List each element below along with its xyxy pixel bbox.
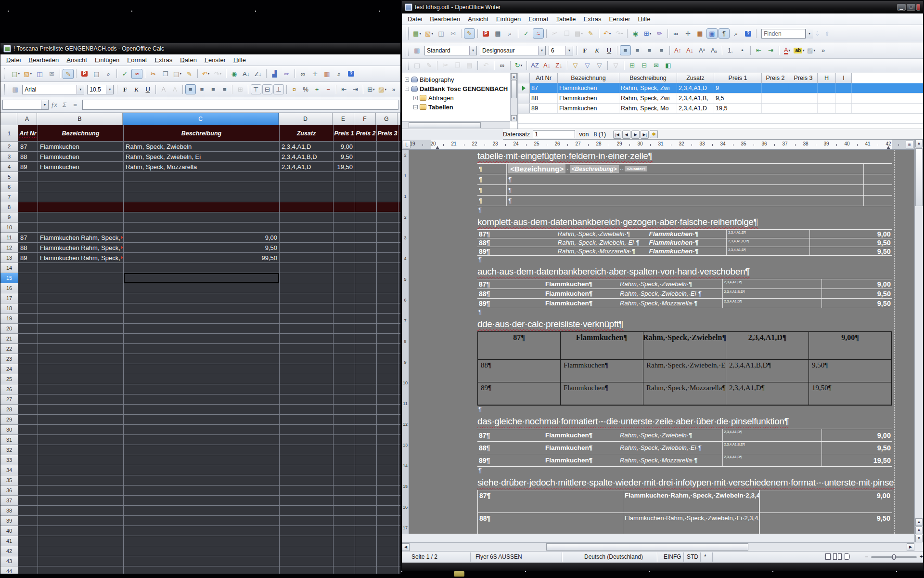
copy-icon[interactable]: ❐ [160, 69, 171, 79]
row-header-1[interactable]: 1 [0, 125, 18, 142]
data-to-fields-icon[interactable]: ⊟ [639, 60, 650, 70]
font-name-combo-arrow[interactable]: ▾ [538, 46, 545, 55]
cell-A27[interactable] [18, 394, 38, 405]
cell-B27[interactable] [38, 394, 124, 405]
cell-E22[interactable] [334, 344, 355, 354]
cell-A44[interactable] [18, 566, 38, 574]
cell-x39[interactable] [398, 516, 400, 526]
toolbar-overflow-icon[interactable]: » [388, 84, 399, 94]
align-justify-icon[interactable]: ≡ [656, 45, 667, 55]
cell-A14[interactable] [18, 263, 38, 273]
cell-x33[interactable] [398, 455, 400, 465]
delete-decimal-icon[interactable]: − [323, 84, 334, 94]
apply-filter-icon[interactable]: ▽ [582, 60, 593, 70]
document-canvas[interactable]: tabelle·mit·eingefügten·feldern·in·einer… [409, 150, 914, 534]
cell-F27[interactable] [355, 394, 377, 405]
cell-x13[interactable] [398, 253, 400, 263]
ds-column-art-nr[interactable]: Art Nr [530, 73, 558, 83]
cell-F5[interactable] [355, 172, 377, 182]
nonprinting-characters-icon[interactable]: ¶ [719, 28, 730, 39]
cell-x12[interactable] [398, 243, 400, 253]
ds-column-bezeichnung[interactable]: Bezeichnung [558, 73, 619, 83]
calc-sheet[interactable]: ABCDEFG 1Art NrBezeichnungBeschreibungZu… [0, 113, 400, 574]
cell-C5[interactable] [124, 172, 280, 182]
ds-cell[interactable] [762, 93, 789, 103]
format-paintbrush-icon[interactable]: ✎ [585, 28, 596, 39]
cell-A42[interactable] [18, 546, 38, 556]
cell-C37[interactable] [124, 496, 280, 506]
cell-x2[interactable] [398, 142, 400, 152]
cell-G26[interactable] [377, 384, 398, 394]
cell-F22[interactable] [355, 344, 377, 354]
multi-page-view-icon[interactable] [833, 553, 837, 560]
ds-cell[interactable]: Rahm, Speck, Zwi [619, 93, 677, 103]
borders-icon[interactable]: ⊞▾ [366, 84, 376, 94]
cell-E19[interactable] [334, 314, 355, 324]
ds-cell[interactable]: 2,3,4,A1,B, [677, 93, 714, 103]
menu-tabelle[interactable]: Tabelle [552, 14, 579, 24]
menu-format[interactable]: Format [525, 14, 552, 24]
cell-G24[interactable] [377, 364, 398, 374]
row-header-7[interactable]: 7 [0, 192, 18, 202]
book-view-icon[interactable] [845, 553, 850, 560]
sort-descending-icon[interactable]: Z↓ [553, 60, 565, 70]
desktop-taskbar-item[interactable] [454, 571, 464, 577]
cell-F10[interactable] [355, 223, 377, 233]
row-header-18[interactable]: 18 [0, 303, 18, 314]
cell-C31[interactable] [124, 435, 280, 445]
row-header-20[interactable]: 20 [0, 324, 18, 334]
align-bottom-icon[interactable]: ⊥ [273, 84, 284, 94]
cell-G10[interactable] [377, 223, 398, 233]
cell-E13[interactable] [334, 253, 355, 263]
cell-x36[interactable] [398, 486, 400, 496]
cell-E20[interactable] [334, 324, 355, 334]
cell-x43[interactable] [398, 556, 400, 566]
cell-A40[interactable] [18, 526, 38, 536]
cell-B42[interactable] [38, 546, 124, 556]
cell-A22[interactable] [18, 344, 38, 354]
undo-icon[interactable]: ↶▾ [602, 28, 613, 39]
cell-B31[interactable] [38, 435, 124, 445]
background-color-icon[interactable]: ▨▾ [377, 84, 388, 94]
cell-E7[interactable] [334, 192, 355, 202]
align-center-icon[interactable]: ≡ [632, 45, 643, 55]
help-icon[interactable]: ? [743, 28, 754, 39]
doc-table-2[interactable]: 87¶Rahm,·Speck,·Zwiebeln·¶Flammkuchen·¶2… [477, 229, 892, 256]
open-icon[interactable]: ▧▾ [424, 28, 435, 39]
cell-x25[interactable] [398, 374, 400, 384]
draw-functions-icon[interactable]: ✏ [281, 69, 292, 79]
increase-indent-icon[interactable]: ⇥ [350, 84, 361, 94]
font-size-combo[interactable]: 6▾ [549, 46, 573, 55]
cell-x41[interactable] [398, 536, 400, 546]
cell-F26[interactable] [355, 384, 377, 394]
cell-F13[interactable] [355, 253, 377, 263]
ds-cell[interactable] [762, 83, 789, 93]
menu-hilfe[interactable]: Hilfe [230, 55, 250, 65]
cell-D21[interactable] [280, 334, 334, 344]
vertical-scrollbar[interactable]: ▲ ▲ ● ▼ [914, 140, 923, 542]
ds-cell[interactable] [789, 104, 818, 113]
row-header-16[interactable]: 16 [0, 283, 18, 293]
new-document-icon[interactable]: ▤▾ [10, 69, 21, 79]
cell-A33[interactable] [18, 455, 38, 465]
cell-G17[interactable] [377, 293, 398, 303]
cell-F11[interactable] [355, 233, 377, 243]
cell-G6[interactable] [377, 182, 398, 192]
column-header-partial[interactable] [398, 113, 400, 125]
row-header-23[interactable]: 23 [0, 354, 18, 364]
hscroll-thumb[interactable] [546, 543, 748, 551]
cell-G41[interactable] [377, 536, 398, 546]
ds-cell[interactable] [818, 93, 836, 103]
cell-C13[interactable]: 99,50 [124, 253, 280, 263]
ds-cell[interactable]: Flammkuchen [558, 93, 619, 103]
collapse-icon[interactable]: − [413, 105, 418, 109]
cell-D12[interactable] [280, 243, 334, 253]
cell-F19[interactable] [355, 314, 377, 324]
cut-icon[interactable]: ✂ [148, 69, 159, 79]
add-decimal-icon[interactable]: + [312, 84, 322, 94]
column-header-E[interactable]: E [333, 113, 354, 125]
email-icon[interactable]: ✉ [448, 28, 459, 39]
status-selection-mode[interactable]: STD [687, 553, 698, 560]
cell-D22[interactable] [280, 344, 334, 354]
cell-A17[interactable] [18, 293, 38, 303]
